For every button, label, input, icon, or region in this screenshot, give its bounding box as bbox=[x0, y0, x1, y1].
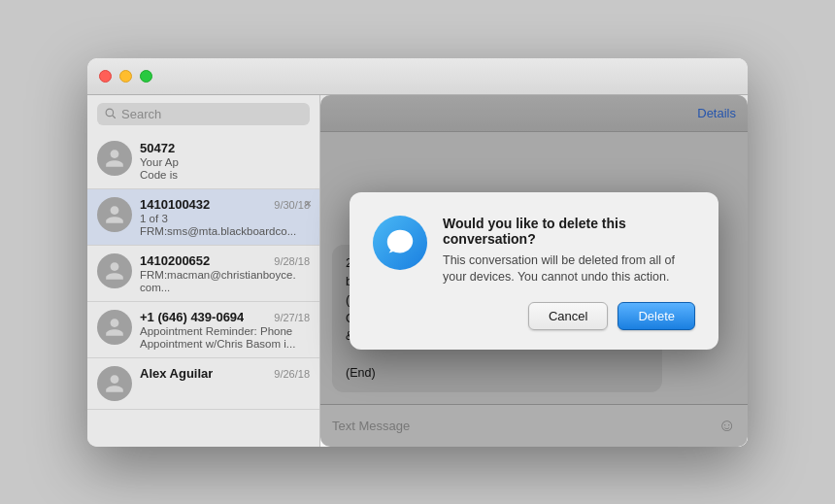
conv-name: 50472 bbox=[140, 141, 175, 155]
conv-preview-2: com... bbox=[140, 282, 310, 293]
svg-line-1 bbox=[113, 116, 116, 118]
conv-info: 1410100432 9/30/18 1 of 3 FRM:sms@mta.bl… bbox=[140, 197, 310, 237]
conv-info: 1410200652 9/28/18 FRM:macman@christianb… bbox=[140, 253, 310, 293]
window-body: Search 50472 Your Ap Code is bbox=[87, 95, 748, 447]
avatar bbox=[97, 310, 132, 345]
close-icon[interactable]: × bbox=[304, 197, 312, 210]
modal-body: This conversation will be deleted from a… bbox=[443, 252, 695, 286]
modal-top: Would you like to delete this conversati… bbox=[373, 216, 695, 286]
avatar bbox=[97, 253, 132, 288]
conv-preview: FRM:macman@christianboyce. bbox=[140, 269, 310, 281]
conv-info: +1 (646) 439-0694 9/27/18 Appointment Re… bbox=[140, 310, 310, 350]
delete-conversation-dialog: Would you like to delete this conversati… bbox=[350, 192, 718, 350]
conv-preview: 1 of 3 bbox=[140, 213, 310, 224]
list-item[interactable]: 50472 Your Ap Code is bbox=[87, 133, 319, 189]
conv-preview-2: Appointment w/Chris Basom i... bbox=[140, 338, 310, 350]
modal-text: Would you like to delete this conversati… bbox=[443, 216, 695, 286]
conv-preview-2: FRM:sms@mta.blackboardco... bbox=[140, 225, 310, 237]
conv-name: 1410100432 bbox=[140, 197, 210, 212]
messages-app-icon bbox=[373, 216, 427, 270]
conv-info: Alex Aguilar 9/26/18 bbox=[140, 366, 310, 381]
list-item[interactable]: 1410100432 9/30/18 1 of 3 FRM:sms@mta.bl… bbox=[87, 189, 319, 246]
list-item[interactable]: Alex Aguilar 9/26/18 bbox=[87, 358, 319, 410]
conv-preview: Appointment Reminder: Phone bbox=[140, 325, 310, 337]
cancel-button[interactable]: Cancel bbox=[528, 302, 608, 330]
conv-date: 9/27/18 bbox=[274, 312, 310, 323]
delete-button[interactable]: Delete bbox=[618, 302, 695, 330]
svg-point-3 bbox=[398, 240, 402, 244]
messages-window: Search 50472 Your Ap Code is bbox=[87, 58, 748, 447]
avatar bbox=[97, 197, 132, 232]
traffic-lights bbox=[99, 70, 152, 83]
search-placeholder: Search bbox=[121, 107, 161, 121]
modal-title: Would you like to delete this conversati… bbox=[443, 216, 695, 247]
conversation-list: 50472 Your Ap Code is 1410100432 9/30 bbox=[87, 133, 319, 447]
speech-bubble-icon bbox=[384, 226, 417, 259]
modal-buttons: Cancel Delete bbox=[373, 302, 695, 330]
chat-area: Details 26th & Stanford; Main between Pi… bbox=[320, 95, 748, 447]
conv-preview: Your Ap bbox=[140, 156, 310, 168]
avatar bbox=[97, 366, 132, 401]
sidebar: Search 50472 Your Ap Code is bbox=[87, 95, 320, 447]
conv-name: 1410200652 bbox=[140, 253, 210, 268]
conv-date: 9/26/18 bbox=[274, 368, 310, 380]
titlebar bbox=[87, 58, 748, 95]
svg-point-4 bbox=[404, 240, 408, 244]
conv-date: 9/28/18 bbox=[274, 255, 310, 267]
close-button[interactable] bbox=[99, 70, 112, 83]
minimize-button[interactable] bbox=[119, 70, 132, 83]
conv-name: Alex Aguilar bbox=[140, 366, 213, 381]
maximize-button[interactable] bbox=[140, 70, 152, 83]
avatar bbox=[97, 141, 132, 176]
conv-preview-2: Code is bbox=[140, 169, 310, 181]
search-icon bbox=[105, 108, 117, 119]
modal-overlay: Would you like to delete this conversati… bbox=[320, 95, 748, 447]
list-item[interactable]: 1410200652 9/28/18 FRM:macman@christianb… bbox=[87, 246, 319, 302]
search-bar[interactable]: Search bbox=[97, 103, 310, 125]
list-item[interactable]: +1 (646) 439-0694 9/27/18 Appointment Re… bbox=[87, 302, 319, 358]
conv-info: 50472 Your Ap Code is bbox=[140, 141, 310, 181]
svg-point-2 bbox=[392, 240, 396, 244]
modal-icon bbox=[373, 216, 427, 270]
conv-name: +1 (646) 439-0694 bbox=[140, 310, 244, 324]
